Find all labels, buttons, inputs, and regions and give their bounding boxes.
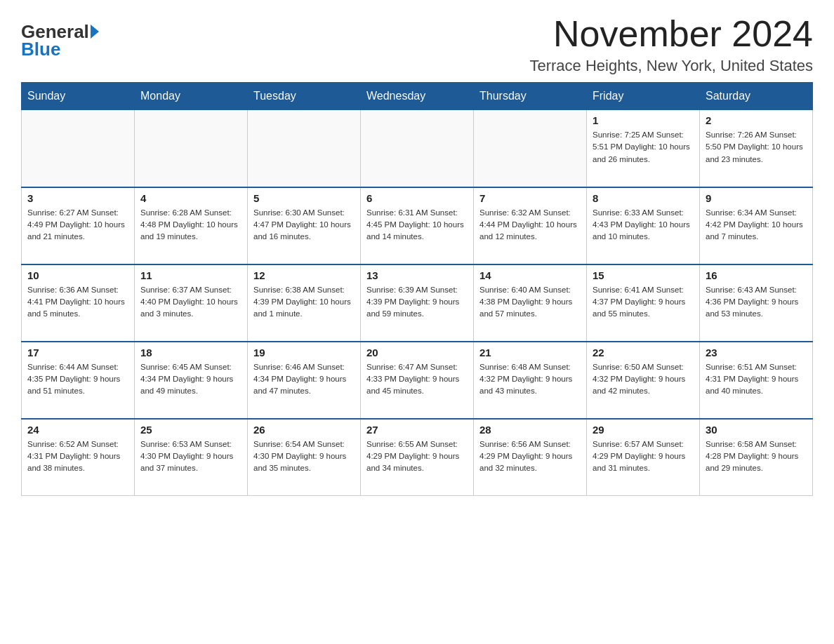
weekday-header-tuesday: Tuesday <box>248 83 361 110</box>
day-info: Sunrise: 6:30 AM Sunset: 4:47 PM Dayligh… <box>253 207 355 243</box>
calendar-cell: 6Sunrise: 6:31 AM Sunset: 4:45 PM Daylig… <box>361 187 474 264</box>
day-number: 7 <box>479 192 581 204</box>
day-info: Sunrise: 6:58 AM Sunset: 4:28 PM Dayligh… <box>706 438 807 475</box>
day-info: Sunrise: 6:37 AM Sunset: 4:40 PM Dayligh… <box>140 284 241 321</box>
day-info: Sunrise: 6:33 AM Sunset: 4:43 PM Dayligh… <box>593 207 694 243</box>
calendar-cell: 27Sunrise: 6:55 AM Sunset: 4:29 PM Dayli… <box>361 419 474 496</box>
calendar-cell: 10Sunrise: 6:36 AM Sunset: 4:41 PM Dayli… <box>22 264 135 342</box>
day-info: Sunrise: 6:53 AM Sunset: 4:30 PM Dayligh… <box>140 438 241 475</box>
day-number: 21 <box>479 347 581 358</box>
day-info: Sunrise: 6:41 AM Sunset: 4:37 PM Dayligh… <box>593 284 694 321</box>
day-number: 17 <box>27 347 128 358</box>
calendar-cell: 21Sunrise: 6:48 AM Sunset: 4:32 PM Dayli… <box>474 342 587 419</box>
logo: General Blue <box>21 21 99 60</box>
weekday-header-saturday: Saturday <box>700 83 813 110</box>
day-info: Sunrise: 6:48 AM Sunset: 4:32 PM Dayligh… <box>479 361 581 398</box>
day-info: Sunrise: 6:56 AM Sunset: 4:29 PM Dayligh… <box>479 438 581 475</box>
day-number: 18 <box>140 347 241 358</box>
day-info: Sunrise: 6:39 AM Sunset: 4:39 PM Dayligh… <box>366 284 468 321</box>
calendar-cell <box>135 110 248 187</box>
day-info: Sunrise: 6:50 AM Sunset: 4:32 PM Dayligh… <box>593 361 694 398</box>
day-info: Sunrise: 6:36 AM Sunset: 4:41 PM Dayligh… <box>27 284 128 321</box>
calendar-cell: 5Sunrise: 6:30 AM Sunset: 4:47 PM Daylig… <box>248 187 361 264</box>
week-row-2: 3Sunrise: 6:27 AM Sunset: 4:49 PM Daylig… <box>22 187 813 264</box>
calendar-cell: 13Sunrise: 6:39 AM Sunset: 4:39 PM Dayli… <box>361 264 474 342</box>
day-number: 16 <box>706 269 807 281</box>
weekday-header-thursday: Thursday <box>474 83 587 110</box>
day-info: Sunrise: 7:26 AM Sunset: 5:50 PM Dayligh… <box>706 129 807 166</box>
calendar-cell: 18Sunrise: 6:45 AM Sunset: 4:34 PM Dayli… <box>135 342 248 419</box>
calendar-cell: 28Sunrise: 6:56 AM Sunset: 4:29 PM Dayli… <box>474 419 587 496</box>
calendar-cell: 3Sunrise: 6:27 AM Sunset: 4:49 PM Daylig… <box>22 187 135 264</box>
weekday-header-sunday: Sunday <box>22 83 135 110</box>
day-number: 3 <box>27 192 128 204</box>
day-info: Sunrise: 6:34 AM Sunset: 4:42 PM Dayligh… <box>706 207 807 243</box>
day-info: Sunrise: 6:38 AM Sunset: 4:39 PM Dayligh… <box>253 284 355 321</box>
day-info: Sunrise: 7:25 AM Sunset: 5:51 PM Dayligh… <box>593 129 694 166</box>
day-number: 25 <box>140 424 241 436</box>
day-number: 9 <box>706 192 807 204</box>
day-number: 4 <box>140 192 241 204</box>
day-info: Sunrise: 6:44 AM Sunset: 4:35 PM Dayligh… <box>27 361 128 398</box>
day-number: 22 <box>593 347 694 358</box>
day-info: Sunrise: 6:55 AM Sunset: 4:29 PM Dayligh… <box>366 438 468 475</box>
day-number: 14 <box>479 269 581 281</box>
calendar-cell: 17Sunrise: 6:44 AM Sunset: 4:35 PM Dayli… <box>22 342 135 419</box>
month-title: November 2024 <box>529 14 813 54</box>
day-number: 24 <box>27 424 128 436</box>
calendar-cell: 19Sunrise: 6:46 AM Sunset: 4:34 PM Dayli… <box>248 342 361 419</box>
day-number: 5 <box>253 192 355 204</box>
week-row-5: 24Sunrise: 6:52 AM Sunset: 4:31 PM Dayli… <box>22 419 813 496</box>
day-info: Sunrise: 6:45 AM Sunset: 4:34 PM Dayligh… <box>140 361 241 398</box>
weekday-header-monday: Monday <box>135 83 248 110</box>
calendar-cell: 29Sunrise: 6:57 AM Sunset: 4:29 PM Dayli… <box>587 419 700 496</box>
day-info: Sunrise: 6:43 AM Sunset: 4:36 PM Dayligh… <box>706 284 807 321</box>
day-number: 1 <box>593 114 694 126</box>
calendar-cell: 8Sunrise: 6:33 AM Sunset: 4:43 PM Daylig… <box>587 187 700 264</box>
calendar-cell: 30Sunrise: 6:58 AM Sunset: 4:28 PM Dayli… <box>700 419 813 496</box>
day-info: Sunrise: 6:27 AM Sunset: 4:49 PM Dayligh… <box>27 207 128 243</box>
location-title: Terrace Heights, New York, United States <box>529 57 813 75</box>
day-number: 23 <box>706 347 807 358</box>
day-info: Sunrise: 6:47 AM Sunset: 4:33 PM Dayligh… <box>366 361 468 398</box>
calendar-cell <box>22 110 135 187</box>
day-number: 6 <box>366 192 468 204</box>
day-number: 29 <box>593 424 694 436</box>
day-info: Sunrise: 6:31 AM Sunset: 4:45 PM Dayligh… <box>366 207 468 243</box>
week-row-1: 1Sunrise: 7:25 AM Sunset: 5:51 PM Daylig… <box>22 110 813 187</box>
calendar-cell: 7Sunrise: 6:32 AM Sunset: 4:44 PM Daylig… <box>474 187 587 264</box>
day-number: 10 <box>27 269 128 281</box>
calendar-cell: 15Sunrise: 6:41 AM Sunset: 4:37 PM Dayli… <box>587 264 700 342</box>
day-number: 11 <box>140 269 241 281</box>
title-section: November 2024 Terrace Heights, New York,… <box>529 14 813 75</box>
day-number: 12 <box>253 269 355 281</box>
logo-blue: Blue <box>21 39 60 60</box>
calendar-cell: 11Sunrise: 6:37 AM Sunset: 4:40 PM Dayli… <box>135 264 248 342</box>
calendar-cell <box>474 110 587 187</box>
calendar-cell: 22Sunrise: 6:50 AM Sunset: 4:32 PM Dayli… <box>587 342 700 419</box>
day-number: 27 <box>366 424 468 436</box>
calendar-cell: 4Sunrise: 6:28 AM Sunset: 4:48 PM Daylig… <box>135 187 248 264</box>
week-row-4: 17Sunrise: 6:44 AM Sunset: 4:35 PM Dayli… <box>22 342 813 419</box>
calendar-cell: 9Sunrise: 6:34 AM Sunset: 4:42 PM Daylig… <box>700 187 813 264</box>
day-number: 13 <box>366 269 468 281</box>
day-number: 26 <box>253 424 355 436</box>
day-number: 30 <box>706 424 807 436</box>
day-info: Sunrise: 6:57 AM Sunset: 4:29 PM Dayligh… <box>593 438 694 475</box>
day-info: Sunrise: 6:52 AM Sunset: 4:31 PM Dayligh… <box>27 438 128 475</box>
day-info: Sunrise: 6:54 AM Sunset: 4:30 PM Dayligh… <box>253 438 355 475</box>
day-info: Sunrise: 6:40 AM Sunset: 4:38 PM Dayligh… <box>479 284 581 321</box>
calendar-cell: 2Sunrise: 7:26 AM Sunset: 5:50 PM Daylig… <box>700 110 813 187</box>
header: General Blue November 2024 Terrace Heigh… <box>21 14 813 75</box>
calendar-cell: 24Sunrise: 6:52 AM Sunset: 4:31 PM Dayli… <box>22 419 135 496</box>
calendar-cell: 1Sunrise: 7:25 AM Sunset: 5:51 PM Daylig… <box>587 110 700 187</box>
day-number: 28 <box>479 424 581 436</box>
calendar-cell: 16Sunrise: 6:43 AM Sunset: 4:36 PM Dayli… <box>700 264 813 342</box>
weekday-header-wednesday: Wednesday <box>361 83 474 110</box>
day-number: 2 <box>706 114 807 126</box>
day-number: 19 <box>253 347 355 358</box>
day-number: 15 <box>593 269 694 281</box>
calendar-table: SundayMondayTuesdayWednesdayThursdayFrid… <box>21 82 813 496</box>
calendar-cell: 12Sunrise: 6:38 AM Sunset: 4:39 PM Dayli… <box>248 264 361 342</box>
day-number: 20 <box>366 347 468 358</box>
